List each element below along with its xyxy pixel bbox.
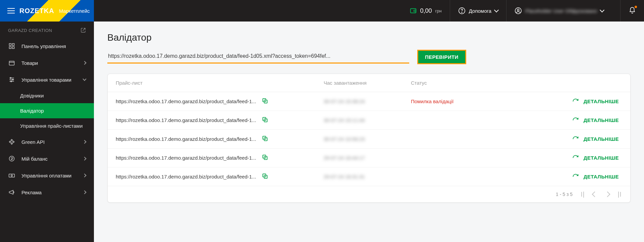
menu-icon[interactable]	[7, 8, 15, 13]
brand-area: ROZETKA Маркетплейс	[0, 0, 94, 22]
user-name: Placeholder User Обфусковано	[525, 8, 597, 14]
page-next-button[interactable]	[605, 192, 610, 197]
svg-point-5	[517, 9, 519, 11]
sidebar-item-green-api[interactable]: Green API	[0, 133, 94, 150]
feed-url: https://rozetka.odoo.17.demo.garazd.biz/…	[116, 98, 256, 104]
table-row: https://rozetka.odoo.17.demo.garazd.biz/…	[108, 130, 630, 149]
notifications-button[interactable]	[620, 0, 644, 22]
details-label: ДЕТАЛЬНІШЕ	[584, 136, 619, 142]
balance-amount: 0,00	[420, 7, 432, 14]
sidebar-subitem-directories[interactable]: Довідники	[0, 88, 94, 103]
pager-range: 1 - 5 з 5	[556, 192, 573, 197]
chevron-down-icon	[83, 77, 86, 81]
details-button[interactable]: ДЕТАЛЬНІШЕ	[572, 117, 619, 124]
details-button[interactable]: ДЕТАЛЬНІШЕ	[572, 98, 619, 105]
details-label: ДЕТАЛЬНІШЕ	[584, 117, 619, 123]
col-time: Час завантаження	[324, 80, 411, 86]
svg-point-3	[462, 12, 462, 12]
page-title: Валідатор	[107, 32, 631, 43]
table-row: https://rozetka.odoo.17.demo.garazd.biz/…	[108, 167, 630, 186]
svg-point-16	[11, 175, 12, 176]
user-icon	[515, 7, 522, 14]
svg-point-14	[9, 156, 14, 161]
sidebar-item-label: Товари	[21, 60, 38, 66]
copy-icon[interactable]	[262, 135, 268, 143]
balance-currency: грн	[435, 8, 442, 13]
svg-rect-0	[410, 9, 416, 13]
load-time: 30-07-24 15:11:44	[324, 117, 411, 123]
sidebar-subitem-validator[interactable]: Валідатор	[0, 103, 94, 118]
details-label: ДЕТАЛЬНІШЕ	[584, 98, 619, 104]
sidebar-item-label: Green API	[21, 139, 45, 145]
refresh-icon	[572, 136, 579, 143]
help-menu[interactable]: Допомога	[450, 0, 506, 22]
copy-icon[interactable]	[262, 97, 268, 105]
svg-rect-15	[9, 174, 15, 177]
col-status: Статус	[411, 80, 508, 86]
load-time: 30-07-24 15:38:24	[324, 98, 411, 104]
main-content: Валідатор ПЕРЕВІРИТИ Прайс-лист Час зава…	[94, 22, 644, 242]
sidebar-org-name: GARAZD CREATION	[8, 28, 52, 33]
help-label: Допомога	[469, 8, 491, 14]
chevron-down-icon	[600, 8, 604, 12]
details-button[interactable]: ДЕТАЛЬНІШЕ	[572, 155, 619, 161]
copy-icon[interactable]	[262, 154, 268, 162]
load-time: 29-07-24 16:31:31	[324, 174, 411, 179]
balance-widget[interactable]: 0,00 грн	[401, 0, 450, 22]
refresh-icon	[572, 155, 579, 161]
table-row: https://rozetka.odoo.17.demo.garazd.biz/…	[108, 149, 630, 167]
api-icon	[8, 138, 15, 146]
svg-rect-9	[12, 47, 14, 49]
status-text: Помилка валідації	[411, 98, 508, 104]
details-button[interactable]: ДЕТАЛЬНІШЕ	[572, 173, 619, 180]
feed-url: https://rozetka.odoo.17.demo.garazd.biz/…	[116, 117, 256, 123]
details-button[interactable]: ДЕТАЛЬНІШЕ	[572, 136, 619, 143]
chevron-right-icon	[83, 173, 86, 177]
box-icon	[8, 59, 15, 67]
sidebar-item-ads[interactable]: Реклама	[0, 184, 94, 201]
brand-logo: ROZETKA	[19, 7, 54, 15]
sidebar-item-product-mgmt[interactable]: Управління товарами	[0, 71, 94, 88]
svg-rect-6	[9, 44, 11, 46]
sidebar-item-dashboard[interactable]: Панель управління	[0, 38, 94, 54]
validator-form: ПЕРЕВІРИТИ	[107, 50, 631, 64]
copy-icon[interactable]	[262, 116, 268, 124]
external-link-icon	[80, 28, 86, 33]
table-row: https://rozetka.odoo.17.demo.garazd.biz/…	[108, 111, 630, 130]
chevron-right-icon	[83, 190, 86, 194]
sidebar-org[interactable]: GARAZD CREATION	[0, 22, 94, 38]
sidebar-item-label: Панель управління	[21, 43, 66, 49]
svg-rect-8	[9, 47, 11, 49]
sidebar-item-products[interactable]: Товари	[0, 54, 94, 71]
feed-url: https://rozetka.odoo.17.demo.garazd.biz/…	[116, 136, 256, 142]
pagination: 1 - 5 з 5	[108, 186, 630, 202]
sidebar-item-payments[interactable]: Управління оплатами	[0, 167, 94, 184]
page-last-button[interactable]	[618, 192, 619, 198]
chevron-right-icon	[83, 140, 86, 144]
sidebar-item-label: Мій баланс	[21, 156, 48, 162]
sidebar-item-label: Управління оплатами	[21, 173, 71, 178]
topbar: ROZETKA Маркетплейс 0,00 грн Допомога Pl…	[0, 0, 644, 22]
details-label: ДЕТАЛЬНІШЕ	[584, 174, 619, 179]
notification-dot	[635, 6, 637, 8]
validate-button[interactable]: ПЕРЕВІРИТИ	[417, 50, 466, 64]
help-icon	[458, 7, 466, 14]
feed-url-input[interactable]	[107, 50, 409, 64]
copy-icon[interactable]	[262, 173, 268, 180]
load-time: 29-07-24 16:44:17	[324, 155, 411, 161]
chevron-right-icon	[83, 61, 86, 65]
feed-url: https://rozetka.odoo.17.demo.garazd.biz/…	[116, 174, 256, 179]
sidebar: GARAZD CREATION Панель управління Товари…	[0, 22, 94, 242]
page-prev-button[interactable]	[592, 192, 598, 197]
user-menu[interactable]: Placeholder User Обфусковано	[506, 0, 620, 22]
sidebar-item-balance[interactable]: Мій баланс	[0, 150, 94, 167]
refresh-icon	[572, 98, 579, 105]
sidebar-subitem-pricelists[interactable]: Управління прайс-листами	[0, 118, 94, 133]
sidebar-item-label: Управління товарами	[21, 77, 71, 83]
col-feed: Прайс-лист	[116, 80, 324, 86]
feed-url: https://rozetka.odoo.17.demo.garazd.biz/…	[116, 155, 256, 161]
chevron-right-icon	[83, 157, 86, 160]
page-first-button[interactable]	[583, 192, 584, 198]
sidebar-item-label: Валідатор	[20, 108, 44, 114]
sidebar-item-label: Довідники	[20, 93, 44, 98]
